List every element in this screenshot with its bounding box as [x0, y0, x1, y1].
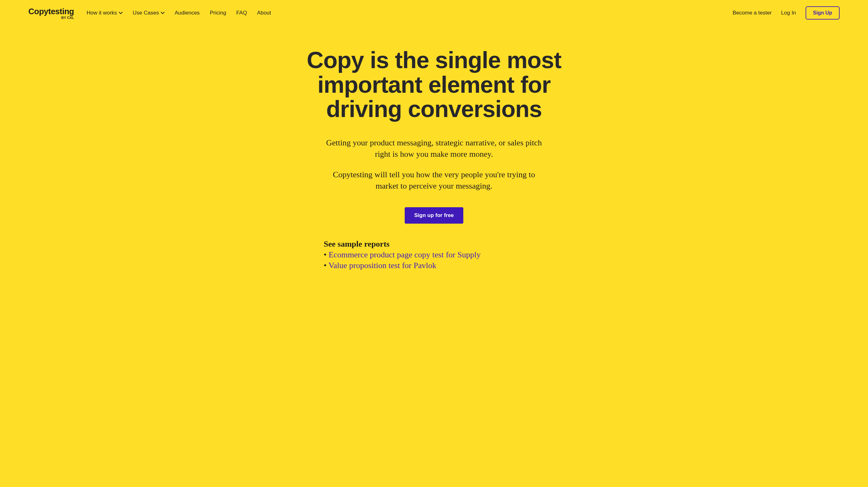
sample-reports: See sample reports • Ecommerce product p… — [320, 239, 548, 270]
hero-subtitle-1: Getting your product messaging, strategi… — [320, 137, 548, 160]
logo[interactable]: Copytesting BY CXL — [28, 7, 74, 20]
nav-label: How it works — [87, 10, 117, 16]
nav-about[interactable]: About — [257, 10, 271, 16]
chevron-down-icon — [161, 11, 164, 15]
hero-title: Copy is the single most important elemen… — [283, 48, 585, 121]
become-tester-link[interactable]: Become a tester — [733, 10, 772, 16]
hero-subtitle-2: Copytesting will tell you how the very p… — [320, 169, 548, 192]
hero-subtitle: Getting your product messaging, strategi… — [320, 137, 548, 192]
nav-label: Audiences — [175, 10, 199, 16]
main-nav: How it works Use Cases Audiences Pricing… — [87, 10, 271, 16]
site-header: Copytesting BY CXL How it works Use Case… — [0, 0, 868, 26]
signup-free-button[interactable]: Sign up for free — [405, 207, 463, 224]
sample-reports-heading: See sample reports — [324, 239, 548, 249]
nav-faq[interactable]: FAQ — [237, 10, 247, 16]
nav-label: Use Cases — [133, 10, 159, 16]
bullet-icon: • — [324, 261, 327, 270]
nav-pricing[interactable]: Pricing — [210, 10, 226, 16]
signup-button[interactable]: Sign Up — [806, 6, 840, 20]
header-left: Copytesting BY CXL How it works Use Case… — [28, 7, 271, 20]
sample-report-link-1[interactable]: Ecommerce product page copy test for Sup… — [329, 250, 480, 259]
sample-report-row-2: • Value proposition test for Pavlok — [324, 261, 548, 270]
sample-report-link-2[interactable]: Value proposition test for Pavlok — [329, 261, 436, 270]
nav-use-cases[interactable]: Use Cases — [133, 10, 164, 16]
logo-main: Copytesting — [28, 7, 74, 17]
logo-sub: BY CXL — [61, 16, 74, 20]
nav-how-it-works[interactable]: How it works — [87, 10, 123, 16]
nav-label: FAQ — [237, 10, 247, 16]
sample-report-row-1: • Ecommerce product page copy test for S… — [324, 250, 548, 260]
header-right: Become a tester Log In Sign Up — [733, 6, 840, 20]
nav-audiences[interactable]: Audiences — [175, 10, 199, 16]
nav-label: About — [257, 10, 271, 16]
nav-label: Pricing — [210, 10, 226, 16]
hero-section: Copy is the single most important elemen… — [0, 26, 868, 289]
chevron-down-icon — [119, 11, 123, 15]
bullet-icon: • — [324, 250, 327, 259]
login-link[interactable]: Log In — [781, 10, 796, 16]
